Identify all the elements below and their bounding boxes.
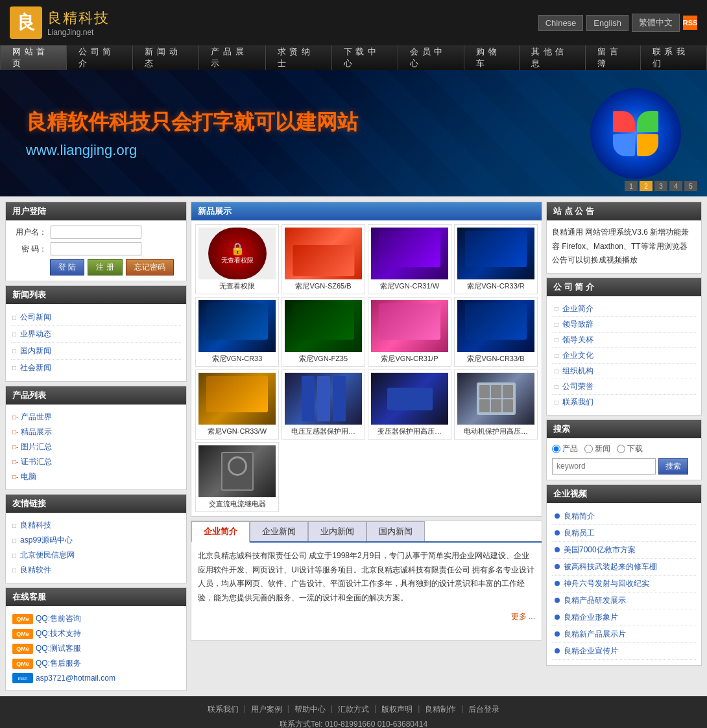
nav-other[interactable]: 其 他 信 息 <box>520 45 586 70</box>
nav-news[interactable]: 新 闻 动 态 <box>133 45 199 70</box>
read-more-link[interactable]: 更多 ... <box>511 612 535 621</box>
banner-dot-1[interactable]: 1 <box>625 181 638 191</box>
video-shenzhou[interactable]: 神舟六号发射与回收纪实 <box>564 578 649 589</box>
friend-asp99[interactable]: asp99源码中心 <box>20 535 73 546</box>
nav-recruit[interactable]: 求 贤 纳 士 <box>266 45 332 70</box>
tab-domestic-news[interactable]: 国内新闻 <box>366 521 425 541</box>
company-contact[interactable]: 联系我们 <box>562 397 593 408</box>
list-item[interactable]: 电压互感器保护用… <box>282 370 365 440</box>
search-radio-product[interactable] <box>552 445 560 453</box>
company-culture[interactable]: 企业文化 <box>562 350 593 361</box>
search-radio-download[interactable] <box>617 445 625 453</box>
lang-english[interactable]: English <box>586 15 629 31</box>
list-item: □ 良精科技 <box>11 518 181 533</box>
rss-icon[interactable]: RSS <box>683 16 697 30</box>
company-structure[interactable]: 组织机构 <box>562 366 593 377</box>
center-content: 新品展示 🔒 无查看权限 无查看权限 索尼VGN- <box>191 202 542 691</box>
list-item[interactable]: 索尼VGN-CR33/R <box>454 224 538 294</box>
product-certs[interactable]: 证书汇总 <box>21 456 52 467</box>
friend-bjinfo[interactable]: 北京便民信息网 <box>20 550 75 561</box>
nav-products[interactable]: 产 品 展 示 <box>199 45 265 70</box>
username-input[interactable] <box>51 226 141 239</box>
list-item[interactable]: 索尼VGN-CR31/W <box>368 224 451 294</box>
register-button[interactable]: 注 册 <box>88 259 122 276</box>
list-item[interactable]: 索尼VGN-CR33/B <box>454 297 538 367</box>
nav-contact[interactable]: 联 系 我 们 <box>641 45 707 70</box>
footer-link-copyright[interactable]: 版权声明 <box>381 704 413 715</box>
news-company[interactable]: 公司新闻 <box>20 312 51 323</box>
list-item[interactable]: 🔒 无查看权限 无查看权限 <box>195 224 279 294</box>
service-msn[interactable]: asp3721@hotmail.com <box>36 674 115 683</box>
search-option-news[interactable]: 新闻 <box>584 443 610 454</box>
list-item[interactable]: 索尼VGN-CR31/P <box>368 297 451 367</box>
nav-download[interactable]: 下 载 中 心 <box>332 45 398 70</box>
product-images[interactable]: 图片汇总 <box>21 441 52 452</box>
video-repair[interactable]: 被高科技武装起来的修车棚 <box>564 561 657 572</box>
login-button[interactable]: 登 陆 <box>50 259 84 276</box>
video-promo[interactable]: 良精企业宣传片 <box>564 646 618 657</box>
nav-member[interactable]: 会 员 中 心 <box>398 45 464 70</box>
product-world[interactable]: 产品世界 <box>21 412 52 423</box>
product-name: 索尼VGN-CR33/B <box>457 354 534 364</box>
search-input[interactable] <box>552 458 656 475</box>
tab-industry-news[interactable]: 业内新闻 <box>308 521 366 541</box>
news-industry[interactable]: 业界动态 <box>20 329 51 340</box>
company-honor[interactable]: 公司荣誉 <box>562 381 593 392</box>
banner-dot-2[interactable]: 2 <box>640 181 653 191</box>
banner-dot-3[interactable]: 3 <box>654 181 667 191</box>
search-option-download[interactable]: 下载 <box>617 443 643 454</box>
lang-chinese[interactable]: Chinese <box>538 15 584 31</box>
friend-liangjing[interactable]: 良精科技 <box>20 520 51 531</box>
list-item[interactable]: 交直流电流继电器 <box>195 442 279 512</box>
list-item[interactable]: 索尼VGN-FZ35 <box>282 297 365 367</box>
nav-home[interactable]: 网 站 首 页 <box>0 45 67 70</box>
friend-software[interactable]: 良精软件 <box>20 565 51 576</box>
list-item[interactable]: 变压器保护用高压… <box>368 370 451 440</box>
tab-company-news[interactable]: 企业新闻 <box>250 521 308 541</box>
footer-link-payment[interactable]: 汇款方式 <box>338 704 369 715</box>
video-staff[interactable]: 良精员工 <box>564 528 595 539</box>
video-bailout[interactable]: 美国7000亿救市方案 <box>564 545 636 556</box>
nav-about[interactable]: 公 司 简 介 <box>67 45 133 70</box>
list-item[interactable]: 电动机保护用高压… <box>454 370 538 440</box>
service-presale[interactable]: QQ:售前咨询 <box>36 613 81 624</box>
video-product-dev[interactable]: 良精产品研发展示 <box>564 595 626 606</box>
list-item: □ 企业文化 <box>552 348 696 364</box>
forgot-button[interactable]: 忘记密码 <box>126 259 174 276</box>
lang-traditional[interactable]: 繁體中文 <box>632 14 680 32</box>
banner-dot-4[interactable]: 4 <box>669 181 682 191</box>
footer-link-contact[interactable]: 联系我们 <box>208 704 239 715</box>
footer-link-admin[interactable]: 后台登录 <box>468 704 499 715</box>
list-item[interactable]: 索尼VGN-CR33 <box>195 297 279 367</box>
list-item[interactable]: 索尼VGN-CR33/W <box>195 370 279 440</box>
password-input[interactable] <box>51 242 141 255</box>
search-option-product[interactable]: 产品 <box>552 443 578 454</box>
service-tech[interactable]: QQ:技术支持 <box>36 628 81 639</box>
product-premium[interactable]: 精品展示 <box>21 427 52 438</box>
video-new-products[interactable]: 良精新产品展示片 <box>564 629 626 640</box>
product-computer[interactable]: 电脑 <box>21 471 36 482</box>
nav-cart[interactable]: 购 物 车 <box>464 45 520 70</box>
company-description: 北京良精志诚科技有限责任公司 成立于1998年2月9日，专门从事于简单实用企业网… <box>198 549 535 605</box>
news-social[interactable]: 社会新闻 <box>20 362 51 373</box>
search-button[interactable]: 搜索 <box>658 458 688 475</box>
msn-icon: msn <box>12 673 33 683</box>
company-cups[interactable]: 领导关杯 <box>562 335 593 346</box>
list-item: □ 公司新闻 <box>11 309 181 326</box>
list-item[interactable]: 索尼VGN-SZ65/B <box>282 224 365 294</box>
banner-dot-5[interactable]: 5 <box>684 181 697 191</box>
footer-link-help[interactable]: 帮助中心 <box>294 704 326 715</box>
footer-link-make[interactable]: 良精制作 <box>425 704 456 715</box>
news-domestic[interactable]: 国内新闻 <box>20 346 51 357</box>
video-intro[interactable]: 良精简介 <box>564 511 595 522</box>
product-name: 电动机保护用高压… <box>457 427 534 436</box>
video-image[interactable]: 良精企业形象片 <box>564 612 618 623</box>
nav-guestbook[interactable]: 留 言 簿 <box>586 45 641 70</box>
tab-company-intro[interactable]: 企业简介 <box>191 521 250 543</box>
service-aftersale[interactable]: QQ:售后服务 <box>36 658 81 669</box>
company-speech[interactable]: 领导致辞 <box>562 319 593 330</box>
company-about[interactable]: 企业简介 <box>562 303 593 314</box>
service-test[interactable]: QQ:测试客服 <box>36 643 81 654</box>
footer-link-cases[interactable]: 用户案例 <box>251 704 282 715</box>
search-radio-news[interactable] <box>584 445 593 453</box>
